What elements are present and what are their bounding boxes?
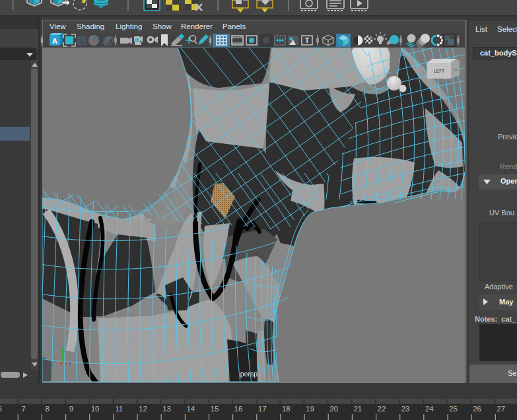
svg-text:persp: persp <box>240 370 258 378</box>
svg-text:18: 18 <box>282 405 291 413</box>
svg-text:21: 21 <box>353 405 362 413</box>
svg-text:27: 27 <box>497 405 505 413</box>
svg-text:A: A <box>52 37 57 45</box>
svg-text:x: x <box>65 361 67 365</box>
svg-text:15: 15 <box>211 405 219 413</box>
svg-text:16: 16 <box>234 405 243 413</box>
svg-text:6: 6 <box>0 405 2 413</box>
svg-text:10: 10 <box>91 405 100 413</box>
svg-text:20: 20 <box>329 405 338 413</box>
svg-text:24: 24 <box>425 405 434 413</box>
svg-text:17: 17 <box>258 405 267 413</box>
svg-text:13: 13 <box>162 405 171 413</box>
svg-text:RI: RI <box>454 68 458 72</box>
svg-text:25: 25 <box>449 405 458 413</box>
svg-text:14: 14 <box>186 405 195 413</box>
svg-text:19: 19 <box>306 405 314 413</box>
svg-text:26: 26 <box>473 405 481 413</box>
svg-text:9: 9 <box>69 405 73 413</box>
svg-text:z: z <box>69 361 71 365</box>
svg-text:12: 12 <box>139 405 147 413</box>
svg-text:8: 8 <box>46 405 50 413</box>
svg-text:22: 22 <box>378 405 386 413</box>
svg-text:11: 11 <box>115 405 123 413</box>
svg-text:23: 23 <box>401 405 410 413</box>
svg-text:T: T <box>305 37 309 44</box>
svg-text:7: 7 <box>21 405 25 413</box>
svg-text:LEFT: LEFT <box>434 69 444 73</box>
